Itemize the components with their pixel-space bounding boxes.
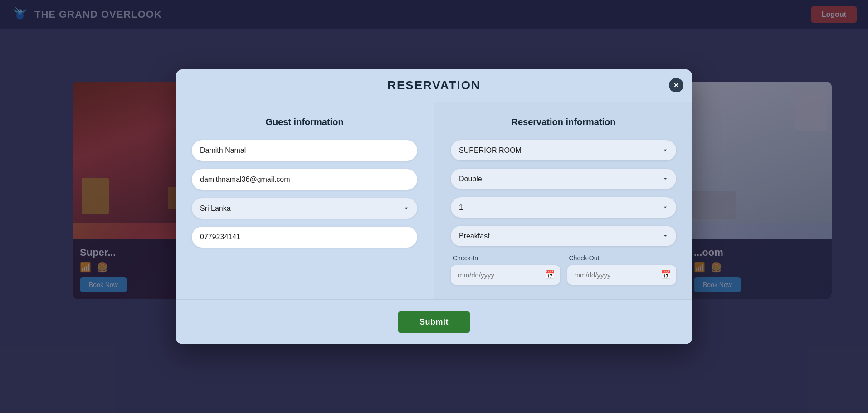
email-input[interactable] [192,169,417,190]
checkout-label: Check-Out [567,254,677,262]
checkin-wrapper: 📅 [451,265,560,285]
modal-title: RESERVATION [194,78,674,92]
modal-close-button[interactable]: × [669,78,683,92]
meal-plan-select[interactable]: Breakfast Half Board Full Board Room Onl… [451,226,676,246]
country-select[interactable]: Sri Lanka India USA UK [192,198,417,219]
checkout-input[interactable] [567,265,677,285]
bed-type-group: Single Double Twin King [451,169,676,189]
checkout-group: Check-Out 📅 [567,254,677,285]
checkin-label: Check-In [451,254,560,262]
checkin-input[interactable] [451,265,560,285]
bed-type-select[interactable]: Single Double Twin King [451,169,676,189]
submit-button[interactable]: Submit [398,311,470,333]
guest-info-title: Guest information [192,117,417,127]
phone-input[interactable] [192,227,417,248]
date-row: Check-In 📅 Check-Out 📅 [451,254,676,285]
name-group [192,140,417,161]
background: THE GRAND OVERLOOK Logout Super... 📶 🍔 B… [0,0,868,413]
modal-header: RESERVATION × [176,69,692,102]
reservation-info-panel: Reservation information SUPERIOR ROOM DE… [434,102,692,299]
checkin-group: Check-In 📅 [451,254,560,285]
guests-group: 1 2 3 4 [451,197,676,218]
room-type-select[interactable]: SUPERIOR ROOM DELUXE ROOM STANDARD ROOM [451,140,676,160]
checkout-wrapper: 📅 [567,265,677,285]
meal-plan-group: Breakfast Half Board Full Board Room Onl… [451,226,676,246]
room-type-group: SUPERIOR ROOM DELUXE ROOM STANDARD ROOM [451,140,676,160]
modal-body: Guest information Sri Lanka India USA UK [176,102,692,299]
name-input[interactable] [192,140,417,161]
reservation-modal: RESERVATION × Guest information Sri Lank… [176,69,692,344]
guest-info-panel: Guest information Sri Lanka India USA UK [176,102,434,299]
email-group [192,169,417,190]
guests-select[interactable]: 1 2 3 4 [451,197,676,218]
modal-footer: Submit [176,299,692,344]
phone-group [192,227,417,248]
country-group: Sri Lanka India USA UK [192,198,417,219]
reservation-info-title: Reservation information [451,117,676,127]
